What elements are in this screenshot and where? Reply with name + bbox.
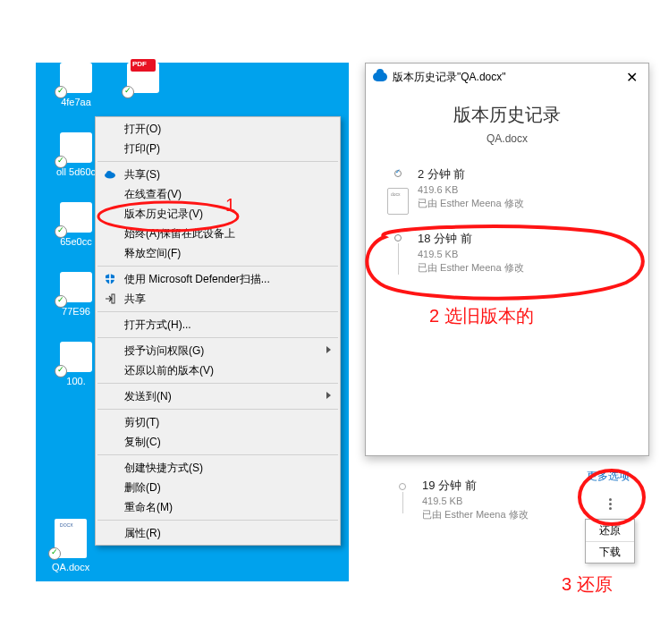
ctx-print[interactable]: 打印(P) [96, 139, 340, 158]
menu-label: 打开(O) [124, 122, 161, 137]
version-history-panel: 版本历史记录"QA.docx" ✕ 版本历史记录 QA.docx 2 分钟 前 … [365, 63, 649, 456]
cloud-icon [103, 167, 117, 182]
panel-filename: QA.docx [366, 132, 648, 145]
version-time: 19 分钟 前 [422, 478, 529, 494]
menu-label: 创建快捷方式(S) [124, 461, 203, 476]
more-options-button[interactable] [596, 490, 624, 517]
ctx-share[interactable]: 共享(S) [96, 165, 340, 184]
qa-docx-file[interactable]: QA.docx [52, 519, 89, 572]
timeline-line [398, 243, 399, 275]
version-action-menu: 还原 下载 [585, 519, 635, 564]
separator [97, 520, 338, 521]
timeline-line [402, 492, 403, 513]
menu-label: 还原以前的版本(V) [124, 363, 214, 378]
menu-label: 属性(R) [124, 526, 161, 541]
separator [97, 383, 338, 384]
file-label: 4fe7aa [61, 97, 91, 107]
menu-label: 共享 [124, 292, 146, 307]
ctx-previous-versions[interactable]: 还原以前的版本(V) [96, 360, 340, 380]
ctx-copy[interactable]: 复制(C) [96, 432, 340, 452]
svg-point-1 [106, 171, 112, 176]
ctx-always-keep[interactable]: 始终(A)保留在此设备上 [96, 224, 340, 243]
ctx-rename[interactable]: 重命名(M) [96, 497, 340, 517]
menu-label: 复制(C) [124, 435, 161, 450]
share-icon [103, 292, 117, 306]
ctx-open[interactable]: 打开(O) [96, 119, 340, 139]
close-button[interactable]: ✕ [622, 69, 641, 86]
menu-label: 重命名(M) [124, 500, 173, 515]
menu-label: 授予访问权限(G) [124, 343, 204, 359]
svg-rect-3 [106, 278, 114, 280]
separator [97, 454, 338, 455]
version-size: 419.5 KB [422, 496, 529, 506]
menu-label: 释放空间(F) [124, 246, 181, 261]
version-row-current[interactable]: 2 分钟 前 419.6 KB 已由 Esther Meena 修改 [366, 159, 648, 224]
file-label: 65e0cc [60, 236, 91, 247]
separator [97, 337, 338, 338]
version-author: 已由 Esther Meena 修改 [422, 508, 529, 521]
menu-label: 发送到(N) [124, 389, 172, 404]
desktop: 4fe7aa oll 5d60c 65e0cc 77E96 100. QA.do… [36, 63, 349, 581]
ctx-grant-access[interactable]: 授予访问权限(G) [96, 341, 340, 360]
menu-label: 剪切(T) [124, 415, 159, 430]
version-author: 已由 Esther Meena 修改 [418, 197, 636, 210]
ctx-open-with[interactable]: 打开方式(H)... [96, 315, 340, 335]
docx-icon [387, 188, 409, 215]
ctx-view-online[interactable]: 在线查看(V) [96, 184, 340, 204]
desktop-file-icon[interactable]: 4fe7aa [49, 63, 103, 107]
ctx-cut[interactable]: 剪切(T) [96, 412, 340, 432]
separator [97, 311, 338, 312]
version-time: 18 分钟 前 [418, 231, 636, 247]
version-size: 419.5 KB [418, 249, 636, 259]
ctx-delete[interactable]: 删除(D) [96, 478, 340, 497]
file-label: 100. [66, 376, 85, 386]
menu-label: 在线查看(V) [124, 187, 182, 202]
version-size: 419.6 KB [418, 184, 636, 195]
ctx-version-history[interactable]: 版本历史记录(V) [96, 204, 340, 224]
version-time: 2 分钟 前 [418, 166, 636, 182]
menu-label: 版本历史记录(V) [124, 207, 203, 222]
timeline-dot-icon [399, 483, 406, 490]
menu-label: 始终(A)保留在此设备上 [124, 226, 235, 242]
timeline-dot-icon [394, 234, 402, 242]
onedrive-icon [373, 72, 387, 81]
file-label: 77E96 [62, 306, 90, 317]
ctx-send-to[interactable]: 发送到(N) [96, 386, 340, 406]
restore-button[interactable]: 还原 [586, 520, 634, 541]
separator [97, 409, 338, 410]
menu-label: 删除(D) [124, 480, 161, 496]
timeline-dot-icon [394, 170, 402, 177]
chevron-right-icon [326, 346, 331, 353]
download-button[interactable]: 下载 [586, 541, 634, 563]
version-author: 已由 Esther Meena 修改 [418, 261, 636, 275]
ctx-defender-scan[interactable]: 使用 Microsoft Defender扫描... [96, 269, 340, 289]
menu-label: 打开方式(H)... [124, 318, 191, 333]
svg-rect-4 [112, 294, 114, 303]
separator [97, 266, 338, 267]
version-row-old[interactable]: 18 分钟 前 419.5 KB 已由 Esther Meena 修改 [366, 224, 648, 284]
ctx-properties[interactable]: 属性(R) [96, 523, 340, 543]
context-menu: 打开(O) 打印(P) 共享(S) 在线查看(V) 版本历史记录(V) 始终(A… [95, 116, 341, 546]
shield-icon [103, 272, 117, 286]
window-title: 版本历史记录"QA.docx" [393, 70, 622, 85]
menu-label: 打印(P) [124, 141, 160, 157]
separator [97, 161, 338, 162]
menu-label: 使用 Microsoft Defender扫描... [124, 272, 270, 287]
ctx-create-shortcut[interactable]: 创建快捷方式(S) [96, 458, 340, 478]
panel-header: 版本历史记录"QA.docx" ✕ [366, 64, 648, 90]
ctx-share2[interactable]: 共享 [96, 289, 340, 309]
more-options-link[interactable]: 更多选项 [587, 469, 630, 484]
annotation-3: 3 还原 [562, 574, 613, 594]
chevron-right-icon [326, 392, 331, 399]
menu-label: 共享(S) [124, 167, 160, 182]
ctx-free-space[interactable]: 释放空间(F) [96, 243, 340, 263]
panel-heading: 版本历史记录 [366, 103, 648, 127]
pdf-file-icon[interactable] [121, 63, 165, 98]
vertical-dots-icon [609, 497, 612, 511]
file-label: QA.docx [52, 562, 89, 572]
